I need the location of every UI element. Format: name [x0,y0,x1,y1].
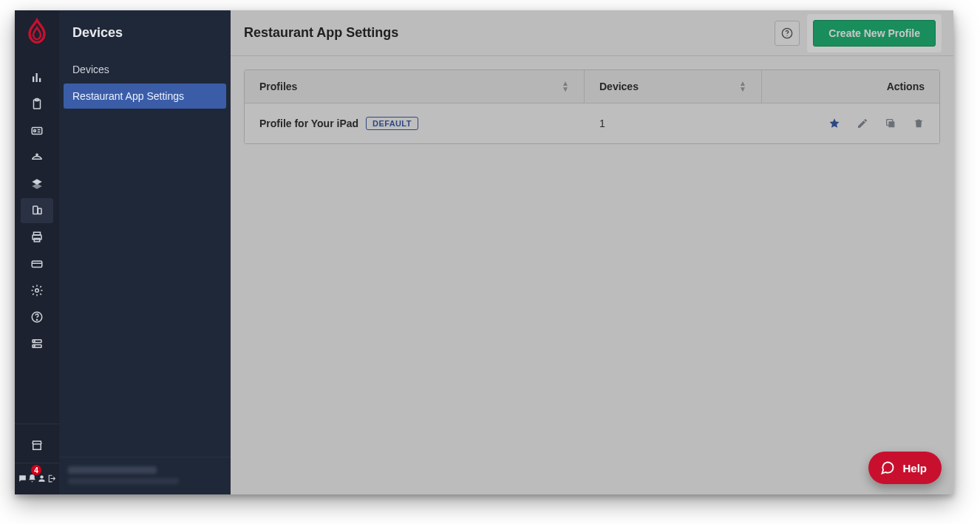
store-sub-redacted [68,478,179,484]
nav-card-icon[interactable] [21,251,53,276]
copy-icon [885,118,896,129]
sidebar-item-devices[interactable]: Devices [64,57,226,82]
user-icon[interactable] [37,469,47,487]
star-icon [828,118,840,129]
svg-rect-30 [888,121,894,127]
column-header-actions: Actions [762,70,939,103]
column-label: Profiles [259,81,297,92]
rail-nav [15,65,59,358]
svg-point-10 [36,154,38,155]
nav-layers-icon[interactable] [21,171,53,197]
context-help-button[interactable] [775,21,800,46]
svg-rect-1 [36,73,38,82]
nav-platter-icon[interactable] [21,145,53,170]
nav-server-icon[interactable] [21,331,53,356]
cell-actions [762,103,939,143]
nav-devices-icon[interactable] [21,198,53,223]
table-head: Profiles ▲▼ Devices ▲▼ Actions [245,70,939,103]
nav-reports-icon[interactable] [21,65,53,90]
chat-icon[interactable] [18,469,27,487]
device-count: 1 [599,118,605,129]
svg-point-25 [34,341,35,341]
column-label: Actions [887,81,925,92]
table-row: Profile for Your iPad DEFAULT 1 [245,103,939,143]
svg-marker-12 [32,183,42,189]
nav-badge-icon[interactable] [21,118,53,143]
brand-logo [22,18,52,47]
question-circle-icon [781,27,793,39]
svg-rect-18 [32,261,42,267]
cell-device-count: 1 [585,103,762,143]
app-frame: 4 Devices Devices Restaurant App Setting… [15,10,953,494]
store-name-redacted [68,466,157,474]
nav-clipboard-icon[interactable] [21,92,53,117]
svg-point-26 [34,346,35,347]
sidebar-item-restaurant-app-settings[interactable]: Restaurant App Settings [64,84,226,109]
default-badge: DEFAULT [366,117,418,130]
svg-rect-14 [38,208,42,214]
side-panel-title: Devices [59,18,231,57]
page-title: Restaurant App Settings [244,25,766,41]
create-new-profile-button[interactable]: Create New Profile [813,20,936,47]
column-header-devices[interactable]: Devices ▲▼ [585,70,762,103]
content: Profiles ▲▼ Devices ▲▼ Actions Profile f… [231,56,953,157]
edit-action[interactable] [857,118,868,129]
svg-rect-2 [39,78,41,82]
main: Restaurant App Settings Create New Profi… [231,10,953,494]
svg-rect-0 [33,77,34,83]
svg-point-22 [36,319,37,320]
notifications-icon[interactable]: 4 [27,469,37,487]
trash-icon [913,118,925,129]
svg-point-6 [34,130,36,132]
sidebar-item-label: Devices [72,64,109,75]
sidebar-item-label: Restaurant App Settings [72,90,184,102]
nav-settings-icon[interactable] [21,278,53,303]
duplicate-action[interactable] [885,118,896,129]
profile-name: Profile for Your iPad [259,118,358,129]
column-header-profiles[interactable]: Profiles ▲▼ [245,70,585,103]
logout-icon[interactable] [47,469,56,487]
profiles-table: Profiles ▲▼ Devices ▲▼ Actions Profile f… [244,69,940,144]
rail-bottom: 4 [15,423,59,494]
help-fab-label: Help [902,462,927,474]
help-fab[interactable]: Help [868,452,942,484]
icon-rail: 4 [15,10,59,494]
chat-bubble-icon [880,460,895,475]
set-default-action[interactable] [828,118,840,129]
side-nav: Devices Restaurant App Settings [59,57,231,109]
create-button-highlight: Create New Profile [809,16,940,51]
svg-point-29 [787,35,788,35]
sort-icon: ▲▼ [739,81,746,92]
main-header: Restaurant App Settings Create New Profi… [231,10,953,56]
pencil-icon [857,118,868,129]
cell-profile-name: Profile for Your iPad DEFAULT [245,103,585,143]
nav-help-icon[interactable] [21,304,53,330]
column-label: Devices [599,81,639,92]
svg-point-27 [40,475,43,478]
svg-point-20 [35,289,39,293]
sort-icon: ▲▼ [562,81,569,92]
svg-rect-13 [33,206,38,214]
store-icon[interactable] [15,429,59,463]
side-panel: Devices Devices Restaurant App Settings [59,10,231,494]
store-selector[interactable] [59,457,231,494]
delete-action[interactable] [913,118,925,129]
nav-printer-icon[interactable] [21,225,53,250]
